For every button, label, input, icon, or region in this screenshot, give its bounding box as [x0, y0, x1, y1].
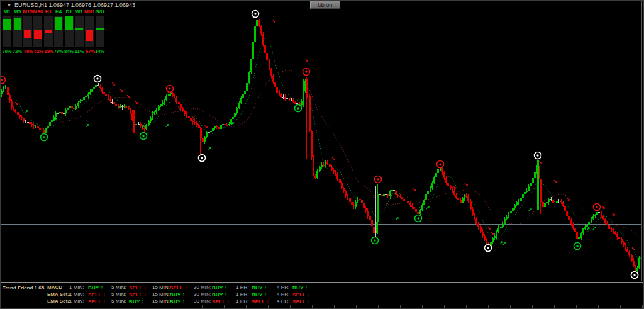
sell-arrow-icon: ↘	[177, 104, 181, 111]
signal-circle-white	[199, 155, 206, 162]
buy-arrow-icon: ↗	[230, 121, 234, 127]
up-arrow-icon: ↑	[142, 298, 145, 305]
sell-arrow-icon: ↘	[464, 181, 468, 188]
timeframe-label: 5 MIN:	[111, 298, 126, 304]
buy-arrow-icon: ↗	[394, 216, 399, 222]
up-arrow-icon: ↑	[182, 291, 186, 298]
buy-arrow-icon: ↗	[24, 109, 28, 115]
signal-circle-green	[574, 243, 581, 250]
down-arrow-icon: ↓	[103, 298, 106, 305]
indicator-label: MACD	[47, 284, 62, 290]
bb-toggle-button[interactable]: bb on	[310, 1, 340, 9]
signal-value: BUY ↑	[292, 284, 308, 291]
spike-candle	[133, 110, 135, 133]
mtf-column-m30: M30-52%	[33, 8, 43, 54]
down-arrow-icon: ↓	[267, 298, 270, 305]
signal-value: BUY ↑	[129, 298, 144, 305]
spike-candle	[375, 186, 376, 238]
signal-circle-green	[415, 215, 422, 222]
signal-circle-red	[0, 77, 6, 84]
spike-candle	[303, 79, 304, 107]
up-arrow-icon: ↑	[305, 284, 308, 291]
mtf-percent: -46%	[22, 48, 33, 54]
up-arrow-icon: ↑	[225, 284, 228, 291]
signal-value: BUY ↑	[212, 291, 227, 298]
signal-value: BUY ↑	[252, 291, 267, 298]
trend-friend-panel: Trend Friend 1.65 MACD1 MIN:BUY ↑5 MIN:S…	[0, 282, 644, 305]
spike-candle	[306, 77, 307, 159]
mtf-percent: 72%	[13, 48, 22, 54]
timeframe-label: 30 MIN:	[194, 284, 211, 290]
signal-circle-white	[252, 11, 259, 18]
signal-value: BUY ↑	[212, 284, 227, 291]
mtf-strength-bar	[33, 16, 42, 47]
timeframe-label: 4 HR:	[277, 298, 289, 304]
signal-value: BUY ↑	[88, 284, 103, 291]
signal-row-ema-set2: EMA Set21 MIN:SELL ↓5 MIN:BUY ↑15 MIN:BU…	[0, 298, 644, 305]
sell-arrow-icon: ↘	[6, 96, 11, 103]
down-arrow-icon: ↓	[144, 284, 147, 291]
sell-arrow-icon: ↘	[538, 159, 542, 166]
mtf-tf-label: M1	[4, 8, 11, 16]
mtf-tf-label: H1	[45, 8, 52, 16]
up-arrow-icon: ↑	[264, 284, 267, 291]
sell-arrow-icon: ↘	[631, 245, 635, 252]
mtf-percent: 11%	[75, 48, 84, 54]
chevron-down-icon[interactable]: ▼	[7, 3, 11, 8]
buy-arrow-icon: ↗	[636, 256, 641, 262]
down-arrow-icon: ↓	[308, 298, 311, 305]
mtf-percent: 79%	[54, 48, 64, 54]
spike-candle	[540, 189, 541, 214]
symbol-ohlc-title: EURUSD,H1 1.06947 1.06976 1.06927 1.0694…	[14, 2, 135, 8]
sell-arrow-icon: ↘	[331, 155, 335, 162]
mtf-strength-bar	[96, 16, 104, 47]
timeframe-label: 15 MIN:	[152, 298, 170, 304]
signal-circle-green	[140, 133, 147, 140]
mtf-column-g-u: G/U14%	[95, 8, 105, 54]
timeframe-label: 1 MIN:	[69, 291, 84, 297]
sell-arrow-icon: ↘	[14, 100, 18, 106]
mtf-tf-label: W1	[75, 8, 83, 16]
buy-arrow-icon: ↗	[165, 123, 169, 129]
sell-arrow-icon: ↘	[611, 211, 615, 217]
buy-arrow-icon: ↗	[85, 123, 89, 129]
buy-arrow-icon: ↗	[53, 116, 57, 123]
sell-arrow-icon: ↘	[304, 57, 308, 63]
up-arrow-icon: ↑	[101, 284, 104, 291]
mtf-strength-bar	[54, 16, 63, 47]
timeframe-label: 5 MIN:	[111, 291, 126, 297]
signal-value: SELL ↓	[88, 298, 106, 305]
signal-circle-white	[94, 76, 101, 82]
down-arrow-icon: ↓	[227, 298, 230, 305]
buy-arrow-icon: ↗	[586, 226, 590, 232]
signal-value: SELL ↓	[170, 284, 187, 291]
indicator-label: EMA Set2	[47, 298, 70, 304]
mtf-column-w1: W111%	[74, 8, 84, 54]
mtf-strength-panel: M170%M572%M15-46%M30-52%H1-19%H479%D184%…	[2, 8, 105, 54]
signal-value: SELL ↓	[129, 284, 147, 291]
signal-circle-green	[372, 237, 379, 244]
timeframe-label: 1 HR:	[236, 284, 248, 290]
signal-circle-red	[437, 161, 444, 168]
time-axis-strip[interactable]	[0, 305, 644, 309]
signal-value: BUY ↑	[170, 298, 185, 305]
timeframe-label: 1 HR:	[236, 298, 248, 304]
sell-arrow-icon: ↘	[411, 186, 416, 193]
up-arrow-icon: ↑	[182, 298, 186, 305]
spike-candle	[200, 127, 201, 155]
spike-candle	[377, 184, 378, 234]
mtf-percent: 14%	[95, 48, 104, 54]
sell-arrow-icon: ↘	[111, 81, 115, 87]
mtf-strength-bar	[13, 16, 22, 47]
mtf-column-m1: M170%	[2, 8, 12, 54]
buy-arrow-icon: ↗	[592, 225, 596, 232]
signal-circle-white	[535, 152, 541, 159]
sell-arrow-icon: ↘	[203, 123, 208, 130]
mtf-strength-bar	[65, 16, 74, 47]
timeframe-label: 1 MIN:	[69, 298, 84, 304]
mtf-tf-label: M5	[14, 8, 21, 16]
signal-row-macd: MACD1 MIN:BUY ↑5 MIN:SELL ↓15 MIN:SELL ↓…	[0, 284, 644, 291]
mtf-column-mn1: MN1-67%	[84, 8, 94, 54]
signal-circle-white	[485, 245, 492, 252]
sell-arrow-icon: ↘	[489, 230, 494, 236]
